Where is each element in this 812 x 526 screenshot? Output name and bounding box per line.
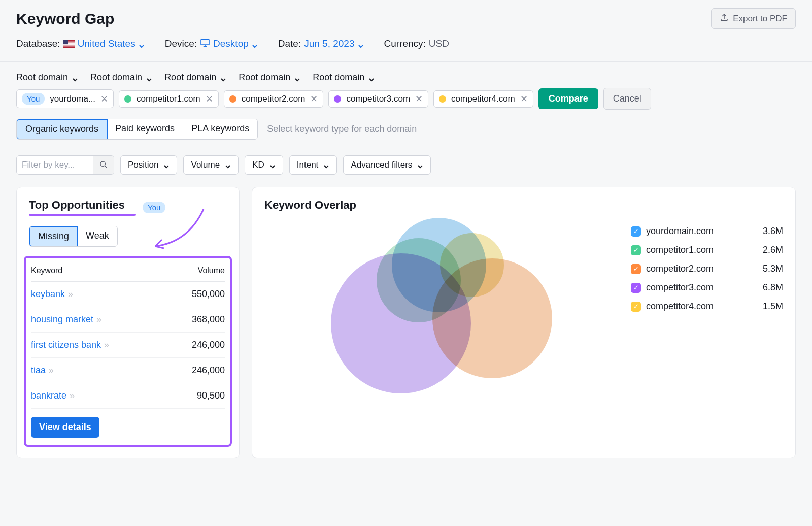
domain-type-selector-4[interactable]: Root domain — [313, 72, 375, 83]
tab-organic-keywords[interactable]: Organic keywords — [16, 119, 108, 140]
svg-rect-5 — [63, 45, 75, 46]
svg-rect-7 — [63, 40, 68, 44]
table-row: keybank»550,000 — [31, 282, 225, 307]
filter-keyword-input[interactable] — [17, 156, 93, 174]
chevron-down-icon — [225, 162, 231, 168]
table-row: tiaa»246,000 — [31, 358, 225, 383]
domain-label: yourdoma... — [50, 94, 95, 104]
top-opportunities-card: Top Opportunities You Missing Weak Keywo… — [16, 187, 240, 458]
search-icon — [99, 160, 108, 170]
filter-volume[interactable]: Volume — [183, 155, 239, 175]
checkbox-icon: ✓ — [631, 302, 641, 312]
close-icon[interactable]: ✕ — [206, 94, 213, 104]
volume-value: 368,000 — [167, 307, 225, 333]
volume-value: 90,500 — [167, 383, 225, 409]
tab-pla-keywords[interactable]: PLA keywords — [183, 119, 257, 139]
venn-circle-competitor4 — [439, 232, 505, 298]
domain-chip-4[interactable]: competitor4.com✕ — [433, 90, 533, 108]
table-row: first citizens bank»246,000 — [31, 333, 225, 358]
export-pdf-button[interactable]: Export to PDF — [711, 8, 796, 29]
tab-missing[interactable]: Missing — [29, 226, 78, 247]
filter-input-group — [16, 155, 114, 175]
legend-item-0[interactable]: ✓yourdomain.com3.6M — [631, 222, 783, 241]
keyword-overlap-card: Keyword Overlap ✓yourdomain.com3.6M✓comp… — [252, 187, 796, 458]
keyword-link[interactable]: keybank» — [31, 289, 73, 300]
double-chevron-icon: » — [96, 314, 101, 325]
opportunities-title: Top Opportunities — [29, 199, 136, 212]
chevron-down-icon — [163, 162, 170, 168]
keyword-link[interactable]: bankrate» — [31, 390, 75, 401]
keyword-link[interactable]: housing market» — [31, 314, 101, 325]
legend-item-1[interactable]: ✓competitor1.com2.6M — [631, 241, 783, 259]
cancel-button[interactable]: Cancel — [603, 88, 651, 110]
col-keyword: Keyword — [31, 262, 167, 282]
checkbox-icon: ✓ — [631, 264, 641, 274]
venn-diagram — [325, 217, 558, 400]
date-selector[interactable]: Date: Jun 5, 2023 — [278, 38, 364, 49]
page-title: Keyword Gap — [16, 10, 114, 27]
keyword-type-segment: Organic keywords Paid keywords PLA keywo… — [16, 119, 258, 140]
svg-rect-6 — [63, 46, 75, 47]
domain-type-selector-3[interactable]: Root domain — [239, 72, 300, 83]
overlap-title: Keyword Overlap — [264, 199, 783, 212]
overlap-legend: ✓yourdomain.com3.6M✓competitor1.com2.6M✓… — [631, 222, 783, 316]
chevron-down-icon — [358, 41, 364, 47]
filter-search-button[interactable] — [93, 156, 114, 174]
domain-label: competitor2.com — [242, 94, 306, 104]
checkbox-icon: ✓ — [631, 283, 641, 293]
close-icon[interactable]: ✕ — [100, 94, 108, 104]
filter-position[interactable]: Position — [120, 155, 177, 175]
you-badge: You — [22, 93, 45, 105]
chevron-down-icon — [294, 75, 300, 81]
domain-type-selector-2[interactable]: Root domain — [164, 72, 226, 83]
device-selector[interactable]: Device: Desktop — [165, 38, 258, 49]
col-volume: Volume — [167, 262, 225, 282]
domain-chip-1[interactable]: competitor1.com✕ — [119, 90, 219, 108]
legend-item-4[interactable]: ✓competitor4.com1.5M — [631, 297, 783, 316]
chevron-down-icon — [417, 162, 423, 168]
color-dot-icon — [439, 95, 446, 103]
close-icon[interactable]: ✕ — [415, 94, 423, 104]
chevron-down-icon — [323, 162, 329, 168]
legend-label: competitor4.com — [646, 301, 714, 312]
legend-value: 3.6M — [763, 226, 783, 237]
table-row: housing market»368,000 — [31, 307, 225, 333]
color-dot-icon — [334, 95, 341, 103]
close-icon[interactable]: ✕ — [310, 94, 318, 104]
tab-weak[interactable]: Weak — [78, 226, 117, 246]
desktop-icon — [200, 38, 210, 49]
filter-kd[interactable]: KD — [245, 155, 283, 175]
view-details-button[interactable]: View details — [31, 417, 99, 438]
legend-item-3[interactable]: ✓competitor3.com6.8M — [631, 278, 783, 297]
keyword-link[interactable]: first citizens bank» — [31, 340, 109, 350]
select-kw-type-link[interactable]: Select keyword type for each domain — [267, 124, 417, 135]
domain-type-selector-1[interactable]: Root domain — [90, 72, 152, 83]
domain-label: competitor3.com — [346, 94, 410, 104]
legend-label: yourdomain.com — [646, 226, 714, 237]
domain-label: competitor1.com — [137, 94, 200, 104]
domain-chip-2[interactable]: competitor2.com✕ — [224, 90, 324, 108]
database-selector[interactable]: Database: United States — [16, 38, 145, 49]
flag-us-icon — [63, 40, 75, 48]
domain-type-selector-0[interactable]: Root domain — [16, 72, 78, 83]
domain-chip-0[interactable]: Youyourdoma...✕ — [16, 89, 114, 108]
tab-paid-keywords[interactable]: Paid keywords — [107, 119, 183, 139]
filter-intent[interactable]: Intent — [289, 155, 337, 175]
legend-label: competitor3.com — [646, 282, 714, 293]
legend-item-2[interactable]: ✓competitor2.com5.3M — [631, 259, 783, 278]
filter-advanced[interactable]: Advanced filters — [343, 155, 431, 175]
domain-chip-3[interactable]: competitor3.com✕ — [328, 90, 428, 108]
color-dot-icon — [124, 95, 131, 103]
legend-label: competitor2.com — [646, 264, 714, 274]
double-chevron-icon: » — [68, 289, 73, 300]
checkbox-icon: ✓ — [631, 245, 641, 255]
opportunity-tabs: Missing Weak — [29, 226, 118, 247]
close-icon[interactable]: ✕ — [520, 94, 528, 104]
compare-button[interactable]: Compare — [538, 88, 598, 109]
double-chevron-icon: » — [70, 390, 75, 401]
keyword-link[interactable]: tiaa» — [31, 365, 54, 376]
chevron-down-icon — [269, 162, 276, 168]
you-badge: You — [143, 202, 165, 213]
currency-display: Currency: USD — [384, 38, 449, 49]
opportunities-table: Keyword Volume keybank»550,000housing ma… — [31, 262, 225, 409]
